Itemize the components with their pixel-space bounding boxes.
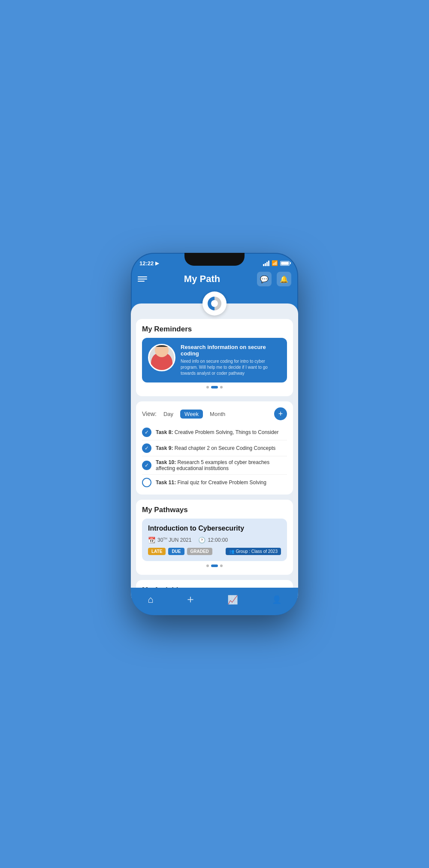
phone-frame: 12:22 ▶ 📶 My Path 💬 🔔	[131, 253, 298, 615]
notifications-button[interactable]: 🔔	[277, 272, 291, 286]
reminder-card-title: Research information on secure coding	[181, 344, 281, 357]
status-left: 12:22 ▶	[139, 260, 159, 267]
pathway-time: 🕐 12:00:00	[198, 537, 228, 543]
task-11-text: Task 11: Final quiz for Creative Problem…	[156, 480, 266, 486]
header-icons: 💬 🔔	[257, 272, 291, 286]
scroll-content[interactable]: My Reminders Research information on sec…	[131, 303, 298, 598]
logo-icon	[208, 297, 221, 310]
reminder-card[interactable]: Research information on secure coding Ne…	[142, 338, 287, 382]
menu-line-3	[138, 281, 145, 282]
bottom-nav: ⌂ ✕ 📈 👤	[131, 588, 298, 615]
pathway-tags: LATE DUE GRADED 👥 Group : Class of 2023	[148, 548, 281, 555]
progress-icon: 📈	[227, 595, 238, 605]
pathways-section: My Pathways Introduction to Cybersecurit…	[136, 500, 293, 575]
reminder-card-desc: Need info on secure coding for intro to …	[181, 358, 281, 376]
battery-icon	[280, 261, 290, 266]
group-icon: 👥	[229, 549, 234, 554]
menu-line-1	[138, 276, 147, 277]
task-8-checkbox[interactable]	[142, 428, 151, 437]
menu-icon[interactable]	[138, 276, 147, 282]
dot-2	[211, 386, 218, 388]
reminder-text: Research information on secure coding Ne…	[181, 344, 281, 376]
app-logo	[202, 291, 227, 316]
add-task-button[interactable]: +	[274, 407, 287, 420]
pathway-dots	[142, 561, 287, 571]
task-item: Task 11: Final quiz for Creative Problem…	[142, 475, 287, 490]
reminders-section: My Reminders Research information on sec…	[136, 319, 293, 396]
phone-notch	[184, 253, 245, 266]
view-month-button[interactable]: Month	[205, 410, 230, 419]
task-11-checkbox[interactable]	[142, 478, 151, 487]
view-day-button[interactable]: Day	[159, 410, 178, 419]
pathway-dot-2	[211, 565, 218, 567]
home-icon: ⌂	[148, 594, 153, 605]
profile-icon: 👤	[272, 595, 281, 604]
tag-group: 👥 Group : Class of 2023	[226, 548, 281, 555]
task-item: Task 9: Read chapter 2 on Secure Coding …	[142, 440, 287, 456]
pathway-card[interactable]: Introduction to Cybersecurity 📆 30TH JUN…	[142, 519, 287, 561]
pathway-date: 📆 30TH JUN 2021	[148, 537, 191, 543]
signal-icon	[263, 261, 269, 266]
messages-button[interactable]: 💬	[257, 272, 272, 286]
time-display: 12:22	[139, 260, 154, 267]
page-title: My Path	[184, 273, 220, 285]
explore-icon: ✕	[185, 594, 196, 605]
reminders-title: My Reminders	[142, 325, 287, 334]
task-8-text: Task 8: Creative Problem Solving, Things…	[156, 429, 278, 435]
group-text: Group : Class of 2023	[236, 549, 278, 554]
pathway-time-text: 12:00:00	[208, 537, 228, 543]
calendar-icon: 📆	[148, 537, 155, 543]
task-10-text: Task 10: Research 5 examples of cyber br…	[156, 459, 287, 471]
avatar-body	[151, 352, 172, 370]
nav-progress[interactable]: 📈	[227, 595, 238, 605]
task-9-text: Task 9: Read chapter 2 on Secure Coding …	[156, 445, 275, 451]
nav-profile[interactable]: 👤	[272, 595, 281, 604]
pathway-date-text: 30TH JUN 2021	[157, 537, 191, 543]
reminder-dots	[142, 382, 287, 392]
view-row: View: Day Week Month +	[142, 407, 287, 420]
dot-3	[220, 386, 223, 388]
nav-home[interactable]: ⌂	[148, 594, 153, 605]
task-9-checkbox[interactable]	[142, 443, 151, 453]
location-icon: ▶	[155, 261, 159, 266]
view-week-button[interactable]: Week	[180, 410, 203, 419]
task-item: Task 8: Creative Problem Solving, Things…	[142, 425, 287, 440]
tag-due: DUE	[168, 548, 184, 555]
tag-graded: GRADED	[187, 548, 212, 555]
avatar-hair	[154, 344, 169, 347]
tag-late: LATE	[148, 548, 166, 555]
avatar	[148, 344, 175, 371]
pathway-card-title: Introduction to Cybersecurity	[148, 525, 281, 532]
app-header: My Path 💬 🔔	[131, 269, 298, 291]
task-10-checkbox[interactable]	[142, 461, 151, 470]
dot-1	[206, 386, 209, 388]
nav-explore[interactable]: ✕	[187, 595, 193, 604]
tasks-section: View: Day Week Month + Task 8: Creative …	[136, 401, 293, 495]
clock-icon: 🕐	[198, 537, 205, 543]
view-label: View:	[142, 410, 157, 417]
status-right: 📶	[263, 260, 290, 266]
pathways-title: My Pathways	[142, 506, 287, 514]
pathway-dot-1	[206, 565, 209, 567]
task-item: Task 10: Research 5 examples of cyber br…	[142, 456, 287, 475]
pathway-meta: 📆 30TH JUN 2021 🕐 12:00:00	[148, 537, 281, 543]
wifi-icon: 📶	[272, 260, 278, 266]
menu-line-2	[138, 279, 147, 279]
pathway-dot-3	[220, 565, 223, 567]
